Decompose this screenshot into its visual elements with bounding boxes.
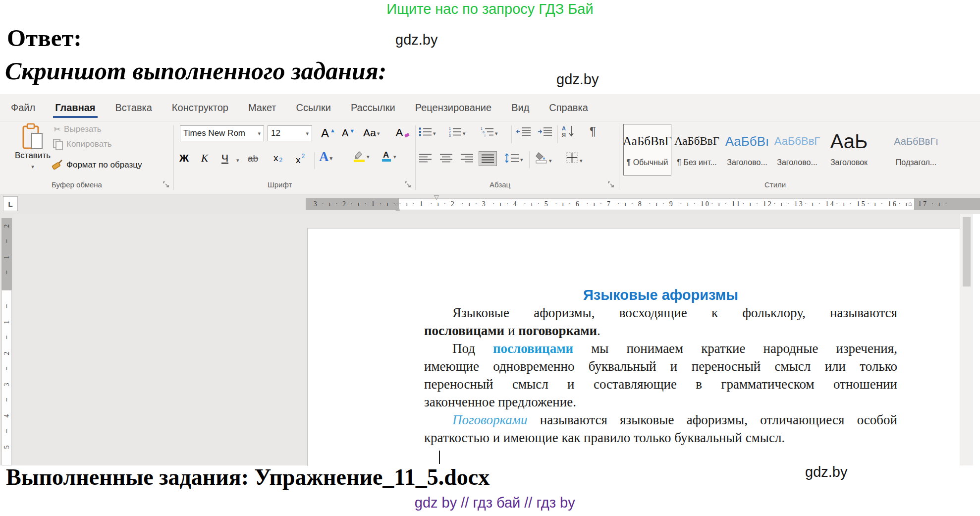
paragraph-dialog-launcher-icon[interactable]: [607, 181, 614, 188]
svg-text:3: 3: [449, 134, 451, 137]
paste-button[interactable]: Вставить ▾: [14, 123, 52, 170]
style-preview: АаБбВвГı: [894, 128, 938, 154]
strikethrough-button[interactable]: ab: [248, 153, 258, 164]
svg-text:2: 2: [449, 130, 451, 134]
vertical-ruler[interactable]: 2ı1ıı1ı2ı3ı4ı5: [0, 214, 13, 465]
ribbon-tab[interactable]: Вставка: [115, 102, 152, 114]
font-size-combo[interactable]: 12 ▾: [268, 125, 312, 141]
ruler-cell: · ı · 3: [461, 200, 492, 208]
bold-button[interactable]: Ж: [179, 152, 189, 164]
text-effects-button[interactable]: А ▾: [319, 149, 332, 165]
style-card[interactable]: АаЬЗаголовок: [825, 124, 872, 175]
shading-button[interactable]: ▾: [535, 151, 552, 164]
shrink-font-button[interactable]: А ▼: [342, 127, 355, 139]
copy-button[interactable]: Копировать: [53, 138, 112, 150]
text-run: .: [597, 323, 600, 338]
right-indent-marker[interactable]: ⌂: [908, 201, 912, 206]
style-card[interactable]: АаБбВвГıПодзагол...: [879, 124, 953, 175]
increase-indent-button[interactable]: [538, 126, 552, 137]
text-run: Под: [452, 341, 493, 356]
ruler-cell: · ı · 13: [773, 200, 805, 208]
ruler-cell: · ı · 4: [492, 200, 524, 208]
ribbon-tab[interactable]: Рецензирование: [415, 102, 491, 114]
vertical-ruler-number: 2: [3, 347, 11, 360]
small-divider: [511, 125, 512, 143]
show-marks-button[interactable]: ¶: [590, 124, 596, 138]
font-size-value: 12: [271, 128, 280, 138]
ribbon-tab[interactable]: Конструктор: [172, 102, 228, 114]
scissors-icon: ✂: [54, 124, 61, 135]
align-left-button[interactable]: [419, 153, 432, 163]
underline-button[interactable]: Ч: [221, 152, 228, 164]
vertical-ruler-number: 1: [3, 316, 11, 329]
ribbon-tab[interactable]: Ссылки: [296, 102, 331, 114]
ruler-bar: L 3 · ı · 2 · ı · 1 · ı · · ı · 1· ı · 2…: [0, 194, 980, 214]
text-effects-chevron-icon: ▾: [330, 155, 333, 162]
subscript-button[interactable]: x 2: [273, 153, 282, 164]
style-card[interactable]: АаБбВвГЗаголово...: [775, 124, 819, 175]
ribbon-tab[interactable]: Файл: [11, 102, 35, 114]
style-card[interactable]: АаБбВıЗаголово...: [725, 124, 769, 175]
grow-font-button[interactable]: А ▲: [321, 126, 335, 140]
ruler-cell: · ı · 10: [680, 200, 711, 208]
numbered-list-button[interactable]: 123 ▾: [448, 126, 466, 137]
sort-button[interactable]: А Я: [561, 124, 576, 138]
style-card[interactable]: АаБбВвГ¶ Без инт...: [675, 124, 719, 175]
change-case-button[interactable]: Аа ▾: [363, 127, 380, 139]
ribbon-tab[interactable]: Рассылки: [351, 102, 395, 114]
borders-button[interactable]: ▾: [566, 151, 583, 164]
vertical-scrollbar[interactable]: [960, 214, 973, 465]
ruler-cell: · ı · 6: [555, 200, 586, 208]
ruler-cell: · ı · 1: [399, 200, 430, 208]
highlight-button[interactable]: ▾: [353, 150, 370, 162]
style-card[interactable]: АаБбВвГ¶ Обычный: [623, 124, 671, 175]
text-line: законченное предложение.: [424, 393, 897, 411]
ribbon-tab[interactable]: Главная: [55, 102, 95, 114]
justify-button[interactable]: [479, 151, 497, 166]
format-painter-button[interactable]: Формат по образцу: [52, 159, 142, 171]
ribbon-tab[interactable]: Справка: [549, 102, 588, 114]
style-preview: АаБбВвГ: [674, 128, 719, 154]
align-center-button[interactable]: [439, 153, 453, 163]
hanging-indent-marker[interactable]: ⌂: [395, 202, 399, 207]
bullet-list-button[interactable]: ▾: [419, 126, 436, 137]
ribbon-tab-bar: ФайлГлавнаяВставкаКонструкторМакетСсылки…: [0, 94, 980, 121]
document-page[interactable]: Языковые афоризмы Языковые афоризмы, вос…: [307, 228, 960, 466]
clear-formatting-button[interactable]: А: [396, 126, 410, 138]
justify-icon: [481, 154, 494, 164]
scrollbar-thumb[interactable]: [963, 217, 971, 287]
cut-button[interactable]: ✂ Вырезать: [54, 124, 102, 135]
cut-label: Вырезать: [64, 124, 102, 134]
bullet-list-chevron-icon: ▾: [433, 130, 436, 137]
font-color-button[interactable]: А ▾: [381, 150, 396, 162]
align-right-button[interactable]: [460, 153, 474, 163]
highlighter-icon: [353, 150, 366, 162]
group-divider: [173, 125, 174, 190]
change-case-chevron-icon: ▾: [377, 130, 380, 137]
document-area: 2ı1ıı1ı2ı3ı4ı5 Языковые афоризмы Языковы…: [0, 214, 980, 465]
paint-bucket-icon: [535, 151, 548, 164]
font-name-value: Times New Rom: [183, 128, 245, 138]
text-line: пословицами и поговорками.: [424, 322, 897, 340]
ribbon-tab[interactable]: Макет: [248, 102, 276, 114]
superscript-button[interactable]: x 2: [296, 153, 305, 166]
font-name-combo[interactable]: Times New Rom ▾: [180, 125, 264, 141]
clipboard-dialog-launcher-icon[interactable]: [163, 181, 169, 188]
ribbon-tab[interactable]: Вид: [511, 102, 529, 114]
format-painter-icon: [52, 159, 63, 171]
left-indent-marker[interactable]: ▭: [395, 207, 400, 212]
ruler-content-band[interactable]: · ı · 1· ı · 2· ı · 3· ı · 4· ı · 5· ı ·…: [399, 198, 914, 210]
align-center-icon: [439, 153, 453, 163]
underline-chevron-icon[interactable]: ▾: [236, 157, 239, 164]
italic-button[interactable]: К: [201, 152, 208, 165]
text-line: Под пословицами мы понимаем краткие наро…: [424, 340, 897, 357]
tab-selector-button[interactable]: L: [3, 196, 18, 211]
font-dialog-launcher-icon[interactable]: [404, 181, 411, 188]
multilevel-list-button[interactable]: 1аi ▾: [481, 126, 498, 137]
bold-letter: Ж: [179, 152, 189, 164]
first-line-indent-marker[interactable]: ▽: [434, 195, 439, 200]
vertical-ruler-number: 2: [3, 220, 11, 233]
decrease-indent-button[interactable]: [516, 126, 531, 137]
line-spacing-button[interactable]: ▾: [504, 153, 523, 163]
text-run: пословицами: [493, 341, 573, 356]
